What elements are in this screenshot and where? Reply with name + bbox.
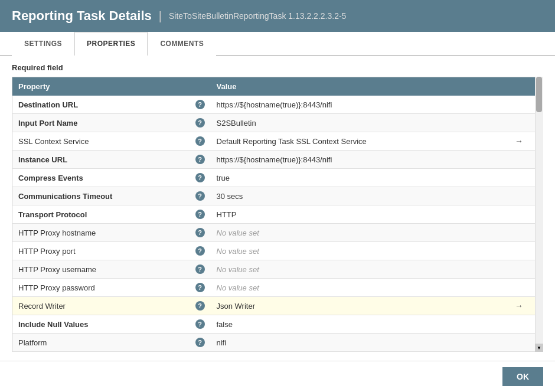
prop-name-cell: Compress Events [12, 169, 190, 187]
prop-name-cell: Transport Protocol [12, 205, 190, 224]
arrow-cell [507, 205, 531, 224]
arrow-cell [507, 114, 531, 132]
table-wrapper: Property Value Destination URL?https://$… [12, 77, 543, 352]
header-title: Reporting Task Details [12, 8, 152, 24]
prop-value-cell: 30 secs [211, 187, 508, 205]
arrow-cell [507, 242, 531, 260]
prop-name-cell: Include Null Values [12, 315, 190, 334]
prop-name-cell: HTTP Proxy port [12, 242, 190, 260]
prop-name-cell: Record Writer [12, 297, 190, 315]
info-icon-cell[interactable]: ? [190, 132, 211, 151]
info-icon-cell[interactable]: ? [190, 151, 211, 169]
ok-button[interactable]: OK [502, 367, 543, 386]
arrow-cell[interactable]: → [507, 297, 531, 315]
prop-value-cell: No value set [211, 279, 508, 297]
prop-name-cell: Platform [12, 334, 190, 352]
table-row: HTTP Proxy password?No value set [12, 279, 543, 297]
info-icon-cell[interactable]: ? [190, 224, 211, 242]
col-action [507, 77, 531, 96]
tab-comments[interactable]: COMMENTS [148, 32, 216, 56]
col-value: Value [211, 77, 508, 96]
table-row: Instance URL?https://${hostname(true)}:8… [12, 151, 543, 169]
table-row: Input Port Name?S2SBulletin [12, 114, 543, 132]
prop-value-cell: true [211, 169, 508, 187]
info-icon[interactable]: ? [195, 155, 205, 164]
info-icon[interactable]: ? [195, 210, 205, 219]
arrow-cell [507, 187, 531, 205]
arrow-cell [507, 279, 531, 297]
header-subtitle: SiteToSiteBulletinReportingTask 1.13.2.2… [169, 11, 346, 21]
arrow-icon[interactable]: → [515, 136, 523, 146]
table-row: Transport Protocol?HTTP [12, 205, 543, 224]
arrow-cell [507, 334, 531, 352]
footer: OK [0, 361, 555, 392]
prop-name-cell: Destination URL [12, 96, 190, 114]
scrollbar-track[interactable]: ▼ [535, 77, 543, 352]
info-icon[interactable]: ? [195, 301, 205, 311]
info-icon[interactable]: ? [195, 246, 205, 256]
info-icon[interactable]: ? [195, 283, 205, 292]
prop-name-cell: HTTP Proxy username [12, 260, 190, 279]
prop-name-cell: Input Port Name [12, 114, 190, 132]
prop-value-cell: No value set [211, 242, 508, 260]
arrow-cell [507, 260, 531, 279]
prop-value-cell: Json Writer [211, 297, 508, 315]
table-row: Compress Events?true [12, 169, 543, 187]
tab-settings[interactable]: SETTINGS [12, 32, 74, 56]
arrow-cell[interactable]: → [507, 132, 531, 151]
info-icon[interactable]: ? [195, 319, 205, 329]
info-icon-cell[interactable]: ? [190, 334, 211, 352]
table-row: Destination URL?https://${hostname(true)… [12, 96, 543, 114]
arrow-cell [507, 169, 531, 187]
prop-value-cell: No value set [211, 224, 508, 242]
scrollbar-arrow-down[interactable]: ▼ [535, 344, 543, 352]
info-icon[interactable]: ? [195, 118, 205, 128]
prop-value-cell: nifi [211, 334, 508, 352]
info-icon-cell[interactable]: ? [190, 260, 211, 279]
arrow-cell [507, 151, 531, 169]
arrow-cell [507, 315, 531, 334]
prop-name-cell: HTTP Proxy password [12, 279, 190, 297]
info-icon[interactable]: ? [195, 338, 205, 347]
col-property: Property [12, 77, 190, 96]
table-row: Communications Timeout?30 secs [12, 187, 543, 205]
prop-value-cell: No value set [211, 260, 508, 279]
arrow-icon[interactable]: → [515, 301, 523, 311]
info-icon-cell[interactable]: ? [190, 114, 211, 132]
info-icon-cell[interactable]: ? [190, 315, 211, 334]
properties-table: Property Value Destination URL?https://$… [12, 77, 543, 352]
prop-value-cell: false [211, 315, 508, 334]
prop-name-cell: Communications Timeout [12, 187, 190, 205]
info-icon[interactable]: ? [195, 173, 205, 182]
info-icon-cell[interactable]: ? [190, 187, 211, 205]
header-divider: | [159, 9, 162, 23]
info-icon[interactable]: ? [195, 228, 205, 237]
content: Required field Property Value Destinatio… [0, 56, 555, 352]
info-icon-cell[interactable]: ? [190, 169, 211, 187]
info-icon[interactable]: ? [195, 264, 205, 274]
header: Reporting Task Details | SiteToSiteBulle… [0, 0, 555, 32]
table-row: HTTP Proxy port?No value set [12, 242, 543, 260]
prop-name-cell: SSL Context Service [12, 132, 190, 151]
info-icon-cell[interactable]: ? [190, 96, 211, 114]
info-icon-cell[interactable]: ? [190, 242, 211, 260]
required-label: Required field [12, 63, 543, 72]
col-info [190, 77, 211, 96]
table-row: Platform?nifi [12, 334, 543, 352]
table-row: Include Null Values?false [12, 315, 543, 334]
table-row: HTTP Proxy hostname?No value set [12, 224, 543, 242]
prop-value-cell: Default Reporting Task SSL Context Servi… [211, 132, 508, 151]
info-icon[interactable]: ? [195, 191, 205, 201]
info-icon-cell[interactable]: ? [190, 279, 211, 297]
prop-value-cell: S2SBulletin [211, 114, 508, 132]
info-icon[interactable]: ? [195, 100, 205, 109]
info-icon[interactable]: ? [195, 136, 205, 146]
prop-name-cell: HTTP Proxy hostname [12, 224, 190, 242]
scrollbar-thumb[interactable] [536, 77, 542, 112]
tab-properties[interactable]: PROPERTIES [74, 32, 148, 56]
info-icon-cell[interactable]: ? [190, 297, 211, 315]
tabs-bar: SETTINGS PROPERTIES COMMENTS [0, 32, 555, 56]
prop-value-cell: HTTP [211, 205, 508, 224]
info-icon-cell[interactable]: ? [190, 205, 211, 224]
prop-value-cell: https://${hostname(true)}:8443/nifi [211, 96, 508, 114]
